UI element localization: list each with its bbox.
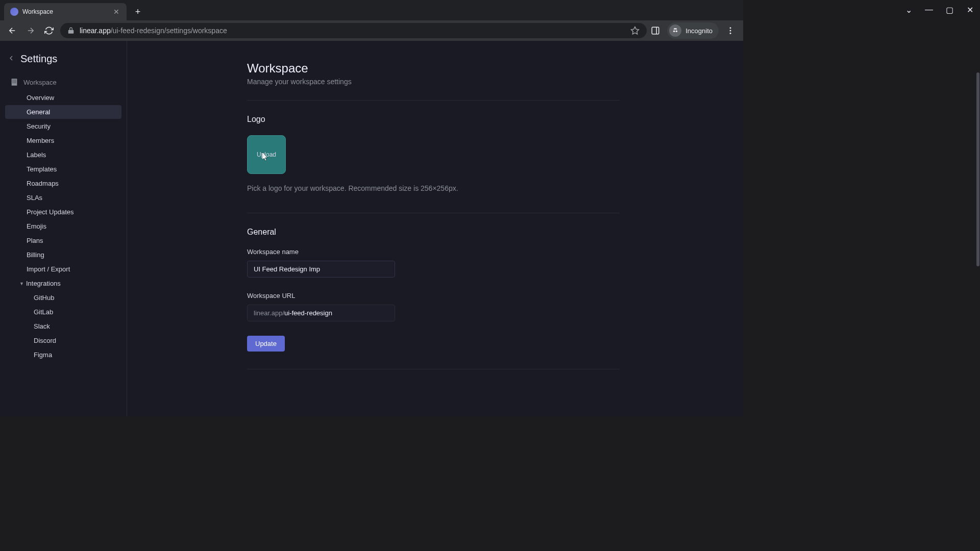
content-wrapper: Workspace Manage your workspace settings…	[247, 61, 620, 369]
browser-tab[interactable]: Workspace ✕	[4, 3, 127, 20]
sidebar-section-workspace: Workspace Overview General Security Memb…	[0, 74, 127, 362]
reload-button[interactable]	[42, 23, 56, 38]
url-host: linear.app/ui-feed-redesign/settings/wor…	[80, 27, 227, 35]
general-section-heading: General	[247, 228, 620, 237]
forward-button[interactable]	[23, 23, 38, 38]
divider	[247, 369, 620, 369]
svg-rect-0	[652, 27, 659, 34]
nav-github[interactable]: GitHub	[5, 291, 121, 305]
lock-icon	[67, 27, 75, 34]
new-tab-button[interactable]: +	[131, 5, 145, 19]
nav-overview[interactable]: Overview	[5, 91, 121, 105]
address-bar[interactable]: linear.app/ui-feed-redesign/settings/wor…	[60, 23, 647, 38]
update-button[interactable]: Update	[247, 336, 285, 352]
divider	[247, 100, 620, 101]
svg-point-3	[676, 30, 678, 32]
divider	[247, 213, 620, 213]
tab-close-icon[interactable]: ✕	[112, 8, 120, 16]
svg-point-6	[730, 33, 731, 34]
nav-emojis[interactable]: Emojis	[5, 219, 121, 233]
settings-sidebar: Settings Workspace Overview General Secu…	[0, 41, 127, 416]
settings-back-icon[interactable]	[7, 54, 15, 64]
nav-slack[interactable]: Slack	[5, 319, 121, 333]
svg-point-5	[730, 30, 731, 32]
nav-project-updates[interactable]: Project Updates	[5, 205, 121, 219]
building-icon	[10, 78, 18, 86]
sidebar-header: Settings	[0, 50, 127, 74]
section-label: Workspace	[23, 79, 57, 86]
back-button[interactable]	[5, 23, 19, 38]
section-header-workspace: Workspace	[5, 74, 121, 90]
nav-figma[interactable]: Figma	[5, 348, 121, 362]
nav-import-export[interactable]: Import / Export	[5, 262, 121, 276]
workspace-url-input[interactable]: linear.app/ ui-feed-redesign	[247, 305, 395, 321]
panel-icon[interactable]	[651, 26, 660, 35]
sidebar-title: Settings	[20, 53, 57, 65]
nav-templates[interactable]: Templates	[5, 162, 121, 176]
star-icon[interactable]	[630, 26, 640, 35]
nav-labels[interactable]: Labels	[5, 148, 121, 162]
page-title: Workspace	[247, 61, 620, 76]
logo-section-heading: Logo	[247, 115, 620, 124]
svg-point-2	[673, 30, 675, 32]
logo-hint: Pick a logo for your workspace. Recommen…	[247, 184, 620, 192]
main-content: Workspace Manage your workspace settings…	[127, 41, 743, 416]
nav-members[interactable]: Members	[5, 134, 121, 147]
workspace-name-input[interactable]	[247, 261, 395, 278]
browser-tab-bar: Workspace ✕ + ⌄ — ▢ ✕	[0, 0, 743, 20]
browser-right-controls: Incognito	[651, 22, 738, 39]
browser-toolbar: linear.app/ui-feed-redesign/settings/wor…	[0, 20, 743, 41]
workspace-name-label: Workspace name	[247, 248, 620, 256]
logo-upload-button[interactable]: Upload	[247, 135, 286, 174]
nav-integrations[interactable]: ▼ Integrations	[5, 277, 121, 290]
nav-plans[interactable]: Plans	[5, 234, 121, 247]
incognito-icon	[669, 24, 681, 37]
svg-point-4	[730, 27, 731, 29]
nav-gitlab[interactable]: GitLab	[5, 305, 121, 319]
workspace-url-label: Workspace URL	[247, 292, 620, 299]
tab-title: Workspace	[22, 8, 108, 15]
nav-security[interactable]: Security	[5, 119, 121, 133]
incognito-badge[interactable]: Incognito	[667, 22, 719, 39]
nav-general[interactable]: General	[5, 105, 121, 119]
chevron-down-icon: ▼	[19, 281, 24, 286]
nav-billing[interactable]: Billing	[5, 248, 121, 262]
menu-icon[interactable]	[726, 26, 735, 35]
page-subtitle: Manage your workspace settings	[247, 78, 620, 86]
tab-favicon-icon	[10, 8, 18, 16]
nav-roadmaps[interactable]: Roadmaps	[5, 177, 121, 190]
app-container: Settings Workspace Overview General Secu…	[0, 41, 743, 416]
nav-discord[interactable]: Discord	[5, 334, 121, 347]
nav-slas[interactable]: SLAs	[5, 191, 121, 205]
